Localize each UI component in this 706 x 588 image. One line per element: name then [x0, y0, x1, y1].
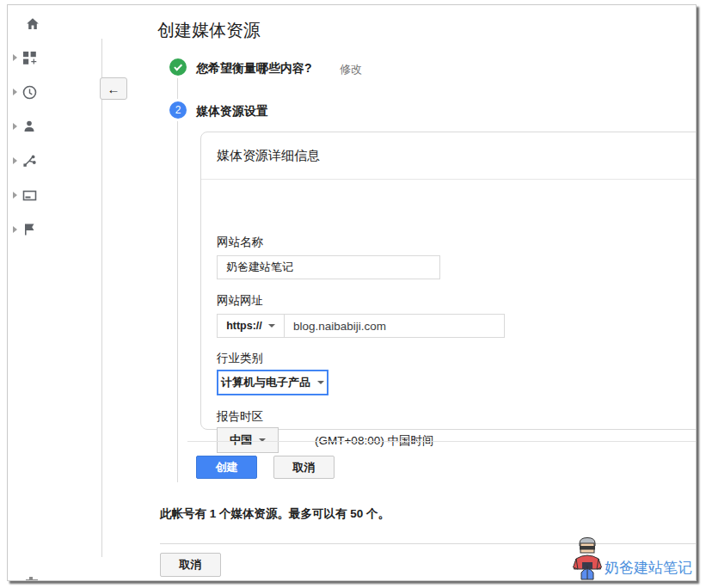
watermark-text: 奶爸建站笔记: [605, 558, 692, 581]
sidebar-item-realtime[interactable]: [13, 83, 47, 101]
customization-icon: [22, 51, 37, 65]
create-button[interactable]: 创建: [196, 456, 257, 479]
sidebar-divider: [101, 39, 102, 557]
stepper-connector: [177, 121, 178, 482]
sidebar-item-home[interactable]: [26, 15, 60, 33]
analytics-window: ← 创建媒体资源 您希望衡量哪些内容? 修改 2 媒体资源设置 媒体资源详细信息…: [7, 4, 697, 581]
timezone-dropdown[interactable]: 中国: [217, 427, 279, 453]
website-url-input[interactable]: [284, 314, 505, 338]
watermark-mascot-icon: [572, 536, 603, 581]
screenshot-canvas: ← 创建媒体资源 您希望衡量哪些内容? 修改 2 媒体资源设置 媒体资源详细信息…: [0, 0, 706, 588]
sidebar-item-acquisition[interactable]: [13, 152, 47, 169]
property-details-card: 媒体资源详细信息 网站名称 网站网址 https:// 行业类别 计算机与电子产…: [200, 132, 697, 430]
section-divider: [187, 441, 696, 442]
conversions-flag-icon: [22, 223, 36, 236]
chevron-right-icon: [13, 89, 17, 95]
url-scheme-value: https://: [226, 320, 262, 332]
chevron-down-icon: [317, 381, 324, 384]
page-title: 创建媒体资源: [157, 19, 261, 42]
sidebar-bottom-icon[interactable]: [26, 576, 38, 581]
property-count-note: 此帐号有 1 个媒体资源。最多可以有 50 个。: [160, 506, 390, 522]
checkmark-icon: [174, 62, 182, 70]
industry-dropdown[interactable]: 计算机与电子产品: [217, 370, 328, 395]
step1-edit-link[interactable]: 修改: [340, 62, 362, 77]
step1-label: 您希望衡量哪些内容?: [196, 61, 312, 77]
website-url-label: 网站网址: [217, 293, 263, 309]
website-name-input[interactable]: [217, 255, 440, 279]
chevron-right-icon: [13, 157, 17, 164]
chevron-right-icon: [13, 192, 17, 199]
cancel-button[interactable]: 取消: [273, 456, 335, 479]
timezone-label: 报告时区: [217, 409, 263, 425]
step2-number-badge: 2: [169, 101, 187, 119]
watermark: 奶爸建站笔记: [572, 536, 692, 581]
industry-selected-value: 计算机与电子产品: [221, 375, 310, 390]
sidebar-item-audience[interactable]: [13, 118, 47, 135]
step2-label: 媒体资源设置: [196, 104, 268, 119]
url-scheme-dropdown[interactable]: https://: [217, 314, 285, 338]
footer-cancel-button[interactable]: 取消: [160, 553, 221, 577]
home-icon: [26, 17, 40, 31]
behavior-card-icon: [22, 188, 37, 203]
acquisition-branch-icon: [22, 154, 37, 168]
back-button[interactable]: ←: [100, 77, 127, 100]
chevron-down-icon: [268, 324, 275, 328]
chevron-right-icon: [13, 123, 17, 130]
chevron-right-icon: [13, 54, 17, 61]
realtime-clock-icon: [22, 85, 37, 100]
sidebar-item-behavior[interactable]: [13, 187, 47, 204]
card-title: 媒体资源详细信息: [201, 132, 697, 180]
timezone-selected-value: 中国: [230, 432, 252, 448]
step1-complete-badge: [169, 58, 187, 76]
sidebar-item-customization[interactable]: [13, 49, 47, 66]
industry-label: 行业类别: [217, 351, 263, 366]
sidebar-item-conversions[interactable]: [13, 221, 47, 238]
audience-person-icon: [22, 119, 36, 133]
stepper-connector: [177, 78, 178, 99]
chevron-right-icon: [13, 226, 17, 233]
website-name-label: 网站名称: [217, 235, 263, 250]
